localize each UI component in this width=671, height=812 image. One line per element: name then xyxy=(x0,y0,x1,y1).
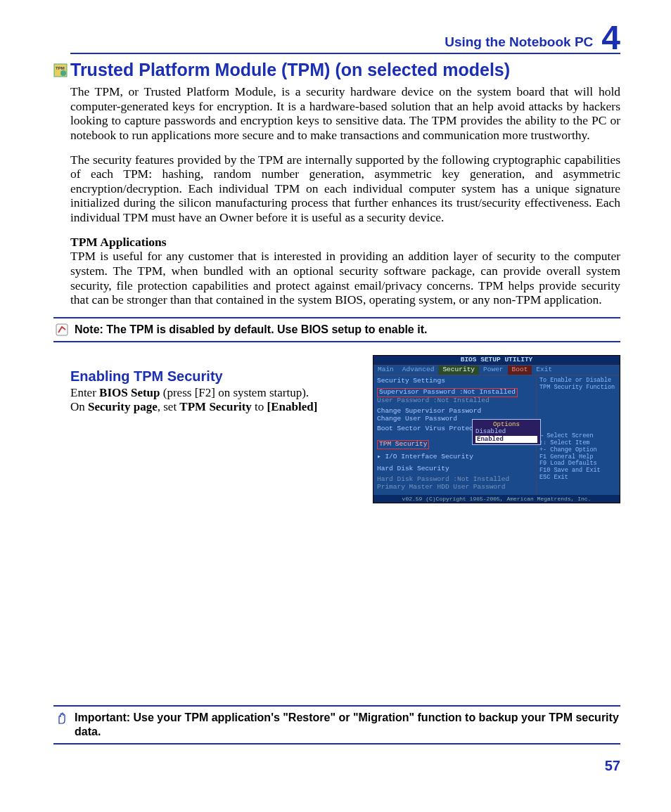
bios-footer: v02.59 (C)Copyright 1985-2005, American … xyxy=(373,495,620,503)
note-icon xyxy=(55,323,69,337)
chapter-number: 4 xyxy=(601,24,620,53)
step-1: Enter BIOS Setup (press [F2] on system s… xyxy=(70,386,359,400)
bios-pm-pwd: Primary Master HDD User Password xyxy=(377,484,532,491)
applications-body: TPM is useful for any customer that is i… xyxy=(70,249,620,307)
bios-options-popup: Options Disabled Enabled xyxy=(472,419,541,445)
svg-point-2 xyxy=(60,70,66,76)
bios-tab-boot: Boot xyxy=(508,366,532,375)
t: Enter xyxy=(70,386,99,399)
subheading-applications: TPM Applications xyxy=(70,235,620,250)
key-g: ESC Exit xyxy=(539,475,617,482)
bios-left-pane: Security Settings Supervisor Password :N… xyxy=(373,375,536,495)
security-page-label: Security page xyxy=(88,400,158,413)
bios-right-pane: To Enable or Disable TPM Security Functi… xyxy=(536,375,620,495)
bios-tab-exit: Exit xyxy=(532,366,556,375)
bios-title: BIOS SETUP UTILITY xyxy=(373,356,620,365)
bios-body: Security Settings Supervisor Password :N… xyxy=(373,375,620,495)
t: On xyxy=(70,400,88,413)
bios-tpm-security: TPM Security xyxy=(377,440,429,449)
bios-tab-security: Security xyxy=(438,366,479,375)
bios-tab-power: Power xyxy=(479,366,508,375)
title-row: TPM Trusted Platform Module (TPM) (on se… xyxy=(53,60,620,80)
t: , set xyxy=(158,400,180,413)
page-number: 57 xyxy=(605,758,620,774)
t: (press [F2] on system startup). xyxy=(160,386,309,399)
bios-help-title: To Enable or Disable TPM Security Functi… xyxy=(539,378,617,392)
svg-rect-3 xyxy=(56,324,68,335)
hand-stop-icon xyxy=(55,711,69,725)
bios-chg-sup: Change Supervisor Password xyxy=(377,408,532,415)
popup-enabled: Enabled xyxy=(475,436,537,443)
bios-screenshot: BIOS SETUP UTILITY Main Advanced Securit… xyxy=(373,355,620,503)
tpm-security-label: TPM Security xyxy=(179,400,251,413)
note-text: Note: The TPM is disabled by default. Us… xyxy=(75,323,427,336)
bios-setup-label: BIOS Setup xyxy=(99,386,160,399)
popup-disabled: Disabled xyxy=(475,428,537,435)
enable-section: Enabling TPM Security Enter BIOS Setup (… xyxy=(70,355,620,503)
bios-sec-heading: Security Settings xyxy=(377,378,532,385)
step-2: On Security page, set TPM Security to [E… xyxy=(70,400,359,414)
bios-tab-advanced: Advanced xyxy=(398,366,439,375)
svg-text:TPM: TPM xyxy=(56,66,65,70)
enable-text-column: Enabling TPM Security Enter BIOS Setup (… xyxy=(70,355,359,415)
enable-heading: Enabling TPM Security xyxy=(70,368,359,385)
section-title: Using the Notebook PC xyxy=(445,34,593,53)
tpm-icon: TPM xyxy=(53,63,68,77)
important-text: Important: Use your TPM application's "R… xyxy=(75,711,619,739)
bios-hd-security: Hard Disk Security xyxy=(377,465,532,473)
bios-tabs: Main Advanced Security Power Boot Exit xyxy=(373,365,620,375)
bios-usr-pwd: User Password :Not Installed xyxy=(377,397,532,405)
paragraph-intro: The TPM, or Trusted Platform Module, is … xyxy=(70,84,620,143)
important-box: Important: Use your TPM application's "R… xyxy=(53,705,620,745)
bios-sup-pwd: Supervisor Password :Not Installed xyxy=(377,388,518,397)
bios-tab-main: Main xyxy=(373,366,398,375)
paragraph-applications: TPM Applications TPM is useful for any c… xyxy=(70,235,620,307)
page: Using the Notebook PC 4 TPM Trusted Plat… xyxy=(0,0,671,812)
paragraph-features: The security features provided by the TP… xyxy=(70,153,620,225)
note-box: Note: The TPM is disabled by default. Us… xyxy=(53,317,620,342)
page-header: Using the Notebook PC 4 xyxy=(70,21,620,54)
page-title: Trusted Platform Module (TPM) (on select… xyxy=(70,60,510,80)
enabled-label: [Enabled] xyxy=(267,400,318,413)
bios-io-security: ▸ I/O Interface Security xyxy=(377,453,532,461)
popup-header: Options xyxy=(475,421,537,428)
t: to xyxy=(252,400,267,413)
